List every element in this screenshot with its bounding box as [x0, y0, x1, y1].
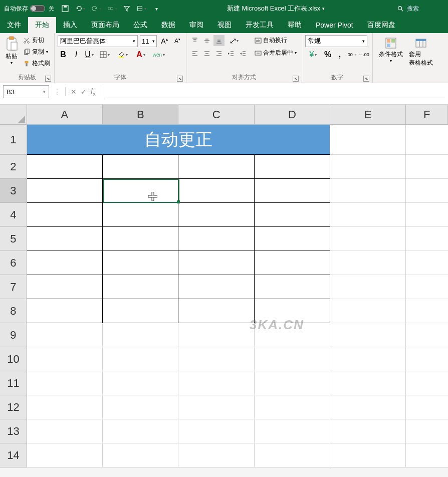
paste-button[interactable]: 粘贴 ▾ — [3, 35, 20, 66]
cell-E8[interactable] — [330, 299, 406, 323]
col-header-A[interactable]: A — [27, 105, 103, 125]
align-top-button[interactable] — [189, 35, 200, 46]
cell-C9[interactable] — [178, 323, 254, 347]
border-button[interactable] — [97, 49, 113, 60]
cell-C3[interactable] — [178, 179, 254, 203]
cell-F8[interactable] — [406, 299, 448, 323]
currency-button[interactable]: ¥ — [305, 49, 321, 60]
cell-B4[interactable] — [103, 203, 178, 227]
italic-button[interactable]: I — [71, 49, 82, 60]
cell-E13[interactable] — [330, 419, 406, 443]
cell-E2[interactable] — [330, 155, 406, 179]
cell-C4[interactable] — [178, 203, 254, 227]
cell-E3[interactable] — [330, 179, 406, 203]
decrease-indent-button[interactable] — [226, 48, 237, 59]
format-painter-button[interactable]: 格式刷 — [22, 58, 51, 69]
cell-D7[interactable] — [255, 275, 330, 299]
cell-B2[interactable] — [103, 155, 178, 179]
row-header-14[interactable]: 14 — [0, 443, 27, 467]
decrease-decimal-button[interactable]: ←.00 — [358, 49, 369, 60]
cell-A9[interactable] — [27, 323, 103, 347]
row-header-8[interactable]: 8 — [0, 299, 27, 323]
increase-indent-button[interactable] — [238, 48, 249, 59]
cell-E1[interactable] — [330, 125, 406, 155]
cell-F5[interactable] — [406, 227, 448, 251]
col-header-C[interactable]: C — [178, 105, 254, 125]
formula-input[interactable] — [105, 85, 445, 98]
cell-D6[interactable] — [255, 251, 330, 275]
underline-button[interactable]: U — [84, 49, 95, 60]
cell-A5[interactable] — [27, 227, 103, 251]
qat-icon-2[interactable] — [136, 5, 146, 12]
cell-C12[interactable] — [178, 395, 254, 419]
cell-E7[interactable] — [330, 275, 406, 299]
row-header-9[interactable]: 9 — [0, 323, 27, 347]
cell-C6[interactable] — [178, 251, 254, 275]
conditional-dropdown-icon[interactable]: ▾ — [390, 59, 392, 63]
cell-A8[interactable] — [27, 299, 103, 323]
row-header-4[interactable]: 4 — [0, 203, 27, 227]
increase-decimal-button[interactable]: .00→ — [346, 49, 357, 60]
cell-F2[interactable] — [406, 155, 448, 179]
font-size-combo[interactable]: 11 ▾ — [140, 35, 157, 47]
paste-dropdown-icon[interactable]: ▾ — [11, 61, 13, 65]
cell-E6[interactable] — [330, 251, 406, 275]
col-header-F[interactable]: F — [406, 105, 448, 125]
qat-icon-1[interactable] — [107, 5, 117, 12]
cell-F4[interactable] — [406, 203, 448, 227]
align-right-button[interactable] — [213, 48, 225, 59]
search-box[interactable]: 搜索 — [394, 4, 444, 14]
cell-B7[interactable] — [103, 275, 178, 299]
font-color-button[interactable]: A — [133, 49, 149, 60]
cell-E4[interactable] — [330, 203, 406, 227]
cell-F1[interactable] — [406, 125, 448, 155]
cell-C14[interactable] — [178, 443, 254, 467]
tab-page-layout[interactable]: 页面布局 — [84, 17, 126, 33]
cell-C5[interactable] — [178, 227, 254, 251]
cell-D14[interactable] — [255, 443, 330, 467]
alignment-launcher[interactable]: ⬊ — [293, 76, 299, 82]
cell-E11[interactable] — [330, 371, 406, 395]
cell-D2[interactable] — [255, 155, 330, 179]
fx-icon[interactable]: fx — [91, 87, 96, 97]
cell-A3[interactable] — [27, 179, 103, 203]
row-header-10[interactable]: 10 — [0, 347, 27, 371]
clipboard-launcher[interactable]: ⬊ — [45, 76, 51, 82]
conditional-format-button[interactable]: 条件格式 ▾ — [376, 35, 406, 64]
number-format-dropdown-icon[interactable]: ▾ — [362, 39, 365, 44]
cell-B5[interactable] — [103, 227, 178, 251]
cell-B10[interactable] — [103, 347, 178, 371]
cut-button[interactable]: 剪切 — [22, 35, 51, 46]
font-name-dropdown-icon[interactable]: ▾ — [133, 39, 135, 44]
cell-D13[interactable] — [255, 419, 330, 443]
copy-button[interactable]: 复制 ▾ — [22, 47, 51, 57]
merge-button[interactable]: 合并后居中 ▾ — [253, 48, 299, 58]
align-middle-button[interactable] — [201, 35, 212, 46]
autosave-toggle[interactable]: 自动保存 关 — [4, 5, 54, 13]
cell-C8[interactable] — [178, 299, 254, 323]
tab-baidu[interactable]: 百度网盘 — [360, 17, 402, 33]
cancel-icon[interactable]: ✕ — [71, 88, 77, 96]
cell-B11[interactable] — [103, 371, 178, 395]
cell-F13[interactable] — [406, 419, 448, 443]
tab-review[interactable]: 审阅 — [182, 17, 210, 33]
select-all-corner[interactable] — [0, 105, 27, 125]
align-left-button[interactable] — [189, 48, 200, 59]
cell-A7[interactable] — [27, 275, 103, 299]
worksheet-grid[interactable]: A B C D E F 1 自动更正 2 3 — [0, 105, 448, 467]
enter-icon[interactable]: ✓ — [81, 88, 87, 96]
cell-F11[interactable] — [406, 371, 448, 395]
name-box-dropdown-icon[interactable]: ▾ — [43, 89, 46, 94]
tab-home[interactable]: 开始 — [28, 17, 56, 33]
cell-A13[interactable] — [27, 419, 103, 443]
tab-file[interactable]: 文件 — [0, 17, 28, 33]
tab-developer[interactable]: 开发工具 — [239, 17, 281, 33]
toggle-switch[interactable] — [30, 5, 45, 12]
tab-insert[interactable]: 插入 — [56, 17, 84, 33]
cell-D10[interactable] — [255, 347, 330, 371]
cell-F14[interactable] — [406, 443, 448, 467]
cell-E12[interactable] — [330, 395, 406, 419]
row-header-5[interactable]: 5 — [0, 227, 27, 251]
row-header-7[interactable]: 7 — [0, 275, 27, 299]
cell-A2[interactable] — [27, 155, 103, 179]
